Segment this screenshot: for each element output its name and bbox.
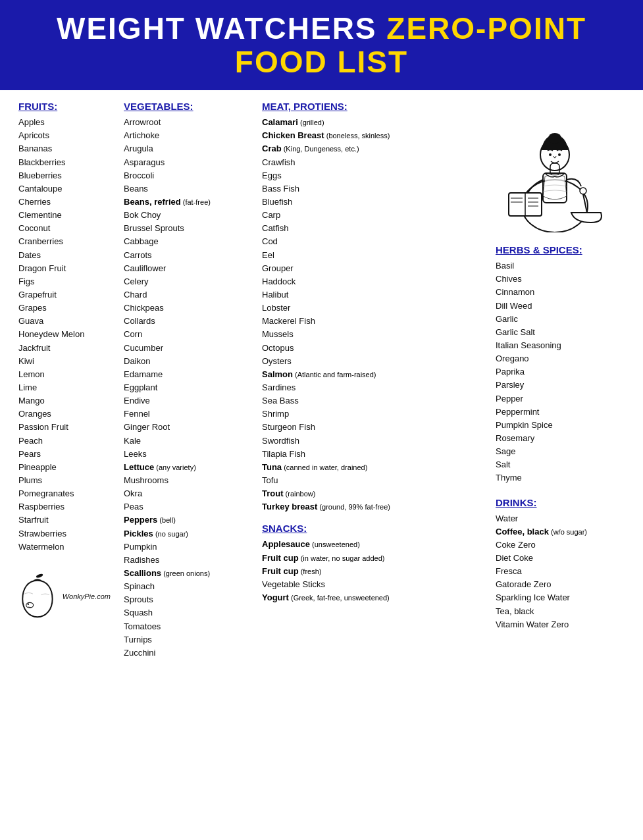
list-item: Parsley — [496, 379, 631, 392]
list-item: Swordfish — [262, 434, 480, 448]
svg-point-0 — [36, 573, 43, 578]
list-item: Lettuce (any variety) — [124, 461, 249, 474]
list-item: Thyme — [496, 471, 631, 485]
list-item: Shrimp — [262, 407, 480, 421]
list-item: Sparkling Ice Water — [496, 591, 631, 604]
herbs-title: HERBS & SPICES: — [496, 244, 631, 255]
list-item: Basil — [496, 259, 631, 273]
list-item: Halibut — [262, 288, 480, 302]
right-column: HERBS & SPICES: BasilChivesCinnamonDill … — [486, 101, 631, 660]
list-item: Oranges — [18, 407, 111, 421]
list-item: Water — [496, 512, 631, 525]
list-item: Turkey breast (ground, 99% fat-free) — [262, 500, 480, 513]
list-item: Peas — [124, 500, 249, 513]
list-item: Apples — [18, 116, 111, 129]
svg-point-9 — [558, 153, 561, 156]
page-title: WEIGHT WATCHERS ZERO-POINT FOOD LIST — [7, 12, 636, 78]
list-item: Artichoke — [124, 129, 249, 142]
meat-list: Calamari (grilled)Chicken Breast (bonele… — [262, 116, 480, 513]
list-item: Passion Fruit — [18, 421, 111, 434]
svg-point-17 — [580, 188, 586, 194]
list-item: Raspberries — [18, 500, 111, 513]
list-item: Tuna (canned in water, drained) — [262, 461, 480, 474]
svg-point-1 — [26, 602, 34, 608]
list-item: Bluefish — [262, 196, 480, 209]
list-item: Clementine — [18, 209, 111, 222]
list-item: Cherries — [18, 196, 111, 209]
list-item: Octopus — [262, 342, 480, 355]
list-item: Grapefruit — [18, 288, 111, 302]
list-item: Carp — [262, 209, 480, 222]
list-item: Corn — [124, 328, 249, 341]
svg-point-2 — [28, 603, 29, 604]
list-item: Pineapple — [18, 461, 111, 474]
list-item: Chicken Breast (boneless, skinless) — [262, 129, 480, 142]
list-item: Scallions (green onions) — [124, 567, 249, 580]
list-item: Mussels — [262, 328, 480, 341]
list-item: Figs — [18, 275, 111, 288]
list-item: Lemon — [18, 368, 111, 381]
list-item: Brussel Sprouts — [124, 222, 249, 235]
list-item: Diet Coke — [496, 552, 631, 565]
list-item: Salmon (Atlantic and farm-raised) — [262, 368, 480, 381]
list-item: Salt — [496, 458, 631, 471]
list-item: Apricots — [18, 129, 111, 142]
brand-url: WonkyPie.com — [63, 592, 111, 600]
list-item: Blackberries — [18, 156, 111, 169]
list-item: Eggs — [262, 169, 480, 182]
list-item: Fruit cup (in water, no sugar added) — [262, 552, 480, 565]
list-item: Peppers (bell) — [124, 513, 249, 527]
drinks-list: WaterCoffee, black (w/o sugar)Coke ZeroD… — [496, 512, 631, 631]
list-item: Cabbage — [124, 235, 249, 248]
list-item: Spinach — [124, 580, 249, 593]
list-item: Starfruit — [18, 513, 111, 527]
list-item: Lime — [18, 381, 111, 394]
list-item: Beans, refried (fat-free) — [124, 196, 249, 209]
list-item: Daikon — [124, 355, 249, 368]
list-item: Fresca — [496, 565, 631, 578]
vegetables-column: VEGETABLES: ArrowrootArtichokeArugulaAsp… — [117, 101, 255, 660]
list-item: Tilapia Fish — [262, 448, 480, 461]
list-item: Tofu — [262, 474, 480, 487]
list-item: Gatorade Zero — [496, 578, 631, 591]
snacks-title: SNACKS: — [262, 523, 480, 534]
list-item: Eggplant — [124, 381, 249, 394]
list-item: Jackfruit — [18, 342, 111, 355]
herbs-list: BasilChivesCinnamonDill WeedGarlicGarlic… — [496, 259, 631, 485]
list-item: Fennel — [124, 407, 249, 421]
list-item: Crab (King, Dungeness, etc.) — [262, 142, 480, 155]
list-item: Broccoli — [124, 169, 249, 182]
list-item: Sage — [496, 445, 631, 458]
list-item: Cinnamon — [496, 286, 631, 299]
list-item: Honeydew Melon — [18, 328, 111, 341]
list-item: Tea, black — [496, 605, 631, 618]
vegetables-list: ArrowrootArtichokeArugulaAsparagusBrocco… — [124, 116, 249, 660]
page-wrapper: WEIGHT WATCHERS ZERO-POINT FOOD LIST FRU… — [0, 0, 643, 670]
list-item: Haddock — [262, 275, 480, 288]
list-item: Trout (rainbow) — [262, 487, 480, 500]
list-item: Leeks — [124, 448, 249, 461]
list-item: Turnips — [124, 633, 249, 646]
snacks-subsection: SNACKS: Applesauce (unsweetened)Fruit cu… — [262, 523, 480, 604]
list-item: Italian Seasoning — [496, 339, 631, 352]
list-item: Cauliflower — [124, 262, 249, 275]
list-item: Arugula — [124, 142, 249, 155]
page-header: WEIGHT WATCHERS ZERO-POINT FOOD LIST — [0, 0, 643, 90]
drinks-section: DRINKS: WaterCoffee, black (w/o sugar)Co… — [496, 497, 631, 631]
list-item: Asparagus — [124, 156, 249, 169]
list-item: Garlic — [496, 313, 631, 326]
list-item: Sardines — [262, 381, 480, 394]
list-item: Peppermint — [496, 406, 631, 419]
list-item: Guava — [18, 315, 111, 328]
list-item: Vitamin Water Zero — [496, 618, 631, 631]
illustration-container — [496, 101, 614, 235]
list-item: Mango — [18, 394, 111, 407]
list-item: Chickpeas — [124, 302, 249, 315]
svg-point-8 — [549, 153, 552, 156]
list-item: Chives — [496, 273, 631, 286]
cooking-woman-illustration — [496, 101, 614, 232]
list-item: Paprika — [496, 365, 631, 379]
fruits-column: FRUITS: ApplesApricotsBananasBlackberrie… — [12, 101, 117, 660]
herbs-section: HERBS & SPICES: BasilChivesCinnamonDill … — [496, 244, 631, 485]
fruits-title: FRUITS: — [18, 101, 111, 112]
